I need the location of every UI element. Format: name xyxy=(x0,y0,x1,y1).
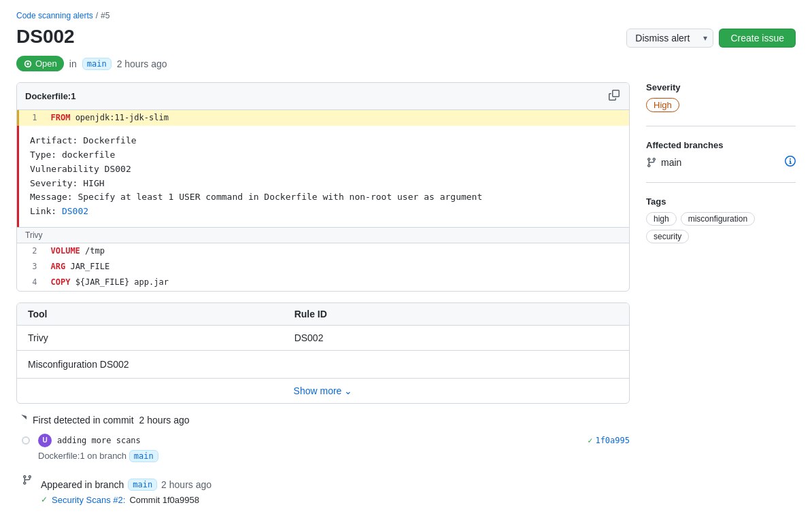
tool-table-row: Trivy DS002 xyxy=(17,325,629,350)
file-name: Dockerfile:1 xyxy=(25,91,75,101)
file-ref: Dockerfile:1 on branch main xyxy=(38,450,630,462)
alert-message: Artifact: Dockerfile Type: dockerfile Vu… xyxy=(17,126,629,227)
code-line-2: 2 VOLUME /tmp xyxy=(18,243,628,259)
code-panel: Dockerfile:1 1 FROM openjdk:11-jdk-slim … xyxy=(16,82,630,292)
tool-table-header: Tool Rule ID xyxy=(17,303,629,326)
shield-icon xyxy=(16,415,27,426)
info-icon xyxy=(785,156,796,169)
col-tool: Tool xyxy=(17,303,284,326)
detection-time-ago: 2 hours ago xyxy=(139,415,190,426)
main-layout: Dockerfile:1 1 FROM openjdk:11-jdk-slim … xyxy=(16,82,796,505)
line-code-1: FROM openjdk:11-jdk-slim xyxy=(46,110,630,126)
timeline-item-branch: Appeared in branch main 2 hours ago ✓ Se… xyxy=(22,473,630,505)
keyword-arg: ARG xyxy=(51,262,66,271)
tool-value: Trivy xyxy=(17,325,284,350)
on-branch-label: on branch xyxy=(87,451,129,461)
detection-section: First detected in commit 2 hours ago U a… xyxy=(16,415,630,505)
appeared-in-label: Appeared in branch xyxy=(41,479,124,490)
line-number-3: 3 xyxy=(18,259,46,275)
check-icon: ✓ xyxy=(588,436,592,445)
line-number-2: 2 xyxy=(18,243,46,259)
timeline-dot xyxy=(22,436,30,445)
misconfig-label: Misconfiguration DS002 xyxy=(28,359,129,370)
line-code-2: VOLUME /tmp xyxy=(46,243,628,259)
copy-button[interactable] xyxy=(607,88,621,104)
tool-panel: Tool Rule ID Trivy DS002 Misconfiguratio… xyxy=(16,302,630,404)
page-title: DS002 xyxy=(16,26,75,48)
commit-ref-label: Commit 1f0a9958 xyxy=(129,495,199,505)
tags-label: Tags xyxy=(646,196,796,207)
vulnerability-line: Vulnerability DS002 xyxy=(30,162,618,177)
code-line-3: 3 ARG JAR_FILE xyxy=(18,259,628,275)
code-extra-lines: 2 VOLUME /tmp 3 ARG JAR_FILE 4 COPY ${JA… xyxy=(17,243,629,291)
type-line: Type: dockerfile xyxy=(30,148,618,162)
ds002-link[interactable]: DS002 xyxy=(62,206,88,216)
keyword-from: FROM xyxy=(51,113,71,122)
dismiss-alert-button[interactable]: Dismiss alert xyxy=(627,29,698,47)
file-name-ref: Dockerfile:1 xyxy=(38,451,85,461)
status-row: Open in main 2 hours ago xyxy=(16,56,796,71)
commit-row: U adding more scans ✓ 1f0a995 xyxy=(38,434,630,447)
timeline: U adding more scans ✓ 1f0a995 Dockerfile… xyxy=(22,434,630,505)
dismiss-alert-button-group: Dismiss alert ▾ xyxy=(626,29,713,48)
branch-ref-tag: main xyxy=(129,450,158,462)
open-badge-label: Open xyxy=(35,58,57,69)
appeared-in-branch: main xyxy=(128,479,157,491)
keyword-volume: VOLUME xyxy=(51,246,80,256)
col-rule-id: Rule ID xyxy=(284,303,629,326)
sidebar-branch-name: main xyxy=(661,157,681,168)
create-issue-button[interactable]: Create issue xyxy=(719,29,796,48)
branch-tag: main xyxy=(82,58,112,70)
line-code-3: ARG JAR_FILE xyxy=(46,259,628,275)
check-sm-icon: ✓ xyxy=(41,495,48,504)
breadcrumb-link[interactable]: Code scanning alerts xyxy=(16,11,93,20)
avatar: U xyxy=(38,434,52,447)
line-number-1: 1 xyxy=(18,110,46,126)
tags-list: high misconfiguration security xyxy=(646,212,796,243)
appeared-in-header: Appeared in branch main 2 hours ago xyxy=(41,479,630,491)
severity-label: Severity xyxy=(646,82,796,92)
sidebar: Severity High Affected branches main Tag… xyxy=(646,82,796,505)
affected-branches-label: Affected branches xyxy=(646,140,796,150)
tag-misconfiguration: misconfiguration xyxy=(681,212,755,226)
line-number-4: 4 xyxy=(18,275,46,290)
line-code-4: COPY ${JAR_FILE} app.jar xyxy=(46,275,628,290)
misconfig-row: Misconfiguration DS002 xyxy=(17,350,629,378)
timeline-content-commit: U adding more scans ✓ 1f0a995 Dockerfile… xyxy=(38,434,630,462)
header-actions: Dismiss alert ▾ Create issue xyxy=(626,26,796,48)
code-panel-header: Dockerfile:1 xyxy=(17,83,629,110)
svg-point-1 xyxy=(27,63,29,65)
branch-ref: main xyxy=(646,156,796,169)
detection-header: First detected in commit 2 hours ago xyxy=(16,415,630,426)
keyword-copy: COPY xyxy=(51,277,71,287)
git-branch-icon xyxy=(22,474,33,485)
security-scan-link[interactable]: Security Scans #2: xyxy=(52,495,125,505)
show-more-button[interactable]: Show more ⌄ xyxy=(17,378,629,403)
commit-hash-link[interactable]: 1f0a995 xyxy=(595,436,630,445)
git-branch-small-icon xyxy=(646,157,657,168)
rule-id-value: DS002 xyxy=(284,325,629,350)
severity-badge: High xyxy=(646,98,679,112)
artifact-line: Artifact: Dockerfile xyxy=(30,134,618,148)
content-area: Dockerfile:1 1 FROM openjdk:11-jdk-slim … xyxy=(16,82,630,505)
trivy-label: Trivy xyxy=(17,227,629,243)
breadcrumb: Code scanning alerts / #5 xyxy=(16,11,796,20)
open-icon xyxy=(23,59,33,69)
show-more-label: Show more xyxy=(294,385,342,396)
page-header: DS002 Dismiss alert ▾ Create issue xyxy=(16,26,796,48)
link-line: Link: DS002 xyxy=(30,205,618,219)
code-table: 1 FROM openjdk:11-jdk-slim xyxy=(17,110,629,126)
timeline-item-commit: U adding more scans ✓ 1f0a995 Dockerfile… xyxy=(22,434,630,473)
detection-header-text: First detected in commit xyxy=(33,415,134,426)
message-line: Message: Specify at least 1 USER command… xyxy=(30,190,618,205)
sidebar-tags-section: Tags high misconfiguration security xyxy=(646,196,796,257)
breadcrumb-separator: / xyxy=(96,11,98,20)
status-meta: in xyxy=(69,58,77,69)
tag-high: high xyxy=(646,212,677,226)
breadcrumb-issue-number: #5 xyxy=(101,11,109,20)
dismiss-alert-caret[interactable]: ▾ xyxy=(698,30,713,46)
tag-security: security xyxy=(646,230,689,243)
security-scan-ref: ✓ Security Scans #2: Commit 1f0a9958 xyxy=(41,495,630,505)
chevron-down-icon: ⌄ xyxy=(344,385,352,396)
severity-line: Severity: HIGH xyxy=(30,177,618,191)
